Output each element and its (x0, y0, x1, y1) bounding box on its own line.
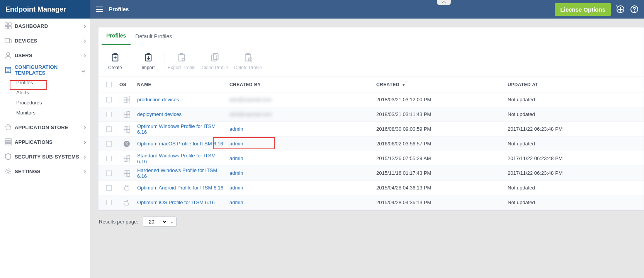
os-icon-windows (116, 126, 134, 133)
toolbar: Create Import Export Profile Clone Profi… (99, 45, 644, 77)
content-area: ProfilesDefault Profiles Create Import E… (90, 19, 644, 278)
toolbar-label: Export Profile (168, 65, 195, 70)
sidebar-subitem-monitors[interactable]: Monitors (16, 107, 90, 118)
create-button[interactable]: Create (99, 52, 132, 70)
sidebar-item-applications[interactable]: APPLICATIONS › (0, 135, 90, 149)
license-options-button[interactable]: License Options (555, 3, 611, 16)
row-checkbox[interactable] (106, 200, 112, 205)
import-button[interactable]: Import (132, 52, 165, 70)
updated-at: Not updated (505, 200, 644, 205)
sidebar-subitem-procedures[interactable]: Procedures (16, 97, 90, 107)
sidebar-item-configuration-templates[interactable]: CONFIGURATION TEMPLATES ⌄ (0, 63, 90, 77)
profile-name-link[interactable]: Optimum macOS Profile for ITSM 6.16 (137, 141, 223, 147)
os-icon-windows (116, 96, 134, 103)
profile-name-link[interactable]: Standard Windows Profile for ITSM 6.16 (137, 153, 216, 164)
col-updated-at[interactable]: UPDATED AT (505, 82, 644, 87)
sidebar-subitem-alerts[interactable]: Alerts (16, 87, 90, 97)
store-icon (4, 124, 12, 131)
chevron-right-icon: › (84, 124, 86, 131)
sidebar-subitems: ProfilesAlertsProceduresMonitors (0, 77, 90, 120)
col-name[interactable]: NAME (134, 82, 226, 87)
row-checkbox[interactable] (106, 185, 112, 191)
sidebar-item-label: APPLICATIONS (15, 139, 84, 145)
breadcrumb: Profiles (109, 6, 129, 12)
row-checkbox[interactable] (106, 126, 112, 132)
clone-icon (211, 52, 219, 63)
main-panel: ProfilesDefault Profiles Create Import E… (98, 27, 644, 210)
created-at: 2015/11/16 01:17:43 PM (373, 170, 505, 176)
col-os[interactable]: OS (116, 82, 134, 87)
created-by[interactable]: admin (229, 141, 243, 147)
sidebar-item-label: DASHBOARD (15, 23, 84, 29)
chevron-down-icon: ⌄ (168, 219, 176, 225)
delete-button: Delete Profile (231, 52, 265, 70)
created-by: aish@xxpmail.com (229, 97, 272, 102)
created-by[interactable]: admin (229, 185, 243, 191)
col-created[interactable]: CREATED▼ (373, 82, 505, 87)
chevron-right-icon: › (84, 22, 86, 29)
results-per-page[interactable]: 20 ⌄ (143, 217, 177, 227)
table-row: deployment devices aish@xxpmail.com 2018… (99, 107, 644, 122)
profile-name-link[interactable]: Optimum Windows Profile for ITSM 6.16 (137, 123, 216, 135)
select-all-checkbox[interactable] (106, 82, 112, 87)
sidebar-item-label: APPLICATION STORE (15, 125, 84, 130)
sidebar-subitem-profiles[interactable]: Profiles (16, 77, 90, 87)
table-header-row: OS NAME CREATED BY CREATED▼ UPDATED AT (99, 77, 644, 92)
created-by[interactable]: admin (229, 200, 243, 205)
row-checkbox[interactable] (106, 156, 112, 161)
brand-text: Endpoint Manager (5, 5, 66, 14)
row-checkbox[interactable] (106, 141, 112, 147)
clone-button: Clone Profile (198, 52, 231, 70)
updated-at: Not updated (505, 97, 644, 102)
top-drawer-handle[interactable] (437, 0, 451, 5)
sidebar-item-label: DEVICES (15, 38, 84, 44)
settings-icon (4, 168, 12, 175)
toolbar-label: Import (141, 65, 155, 70)
pager: Results per page: 20 ⌄ (99, 217, 644, 227)
table-row: Optimum Windows Profile for ITSM 6.16 ad… (99, 122, 644, 136)
updated-at: Not updated (505, 185, 644, 191)
users-icon (4, 52, 12, 59)
sort-desc-icon: ▼ (402, 83, 406, 87)
dashboard-icon (4, 22, 12, 29)
profile-name-link[interactable]: Hardened Windows Profile for ITSM 6.16 (137, 167, 217, 179)
pager-label: Results per page: (99, 219, 138, 225)
tab-default-profiles[interactable]: Default Profiles (131, 27, 177, 45)
os-icon-windows (116, 170, 134, 177)
created-at: 2018/03/21 03:12:00 PM (373, 97, 505, 102)
col-created-by[interactable]: CREATED BY (226, 82, 373, 87)
help-button[interactable] (630, 5, 639, 14)
delete-icon (244, 52, 252, 63)
row-checkbox[interactable] (106, 97, 112, 102)
sidebar-item-security-sub-systems[interactable]: SECURITY SUB-SYSTEMS › (0, 149, 90, 164)
sidebar-item-application-store[interactable]: APPLICATION STORE › (0, 120, 90, 135)
results-per-page-select[interactable]: 20 (147, 218, 168, 225)
profile-name-link[interactable]: Optimum Android Profile for ITSM 6.16 (137, 185, 223, 191)
toolbar-label: Delete Profile (234, 65, 262, 70)
sidebar-item-devices[interactable]: DEVICES › (0, 33, 90, 48)
sidebar-item-users[interactable]: USERS › (0, 48, 90, 63)
row-checkbox[interactable] (106, 171, 112, 176)
sidebar-item-dashboard[interactable]: DASHBOARD › (0, 19, 90, 33)
shield-icon (4, 153, 12, 160)
created-at: 2016/06/02 03:56:57 PM (373, 141, 505, 147)
sidebar-item-settings[interactable]: SETTINGS › (0, 164, 90, 179)
menu-toggle[interactable] (90, 7, 109, 12)
export-button: Export Profile (165, 52, 198, 70)
created-by[interactable]: admin (229, 155, 243, 161)
created-by: aish@xxpmail.com (229, 111, 272, 117)
profile-name-link[interactable]: production devices (137, 97, 179, 102)
export-icon (177, 52, 186, 63)
tab-profiles[interactable]: Profiles (102, 27, 131, 45)
profile-name-link[interactable]: deployment devices (137, 111, 182, 117)
profile-name-link[interactable]: Optimum iOS Profile for ITSM 6.16 (137, 200, 215, 205)
chevron-right-icon: › (84, 52, 86, 59)
sidebar: DASHBOARD › DEVICES › USERS › CONFIGURAT… (0, 19, 90, 278)
table-row: Standard Windows Profile for ITSM 6.16 a… (99, 151, 644, 166)
created-by[interactable]: admin (229, 170, 243, 176)
created-by[interactable]: admin (229, 126, 243, 132)
table-row: Optimum iOS Profile for ITSM 6.16 admin … (99, 195, 644, 210)
row-checkbox[interactable] (106, 112, 112, 117)
toolbar-label: Clone Profile (202, 65, 228, 70)
add-circle-button[interactable] (616, 5, 625, 14)
